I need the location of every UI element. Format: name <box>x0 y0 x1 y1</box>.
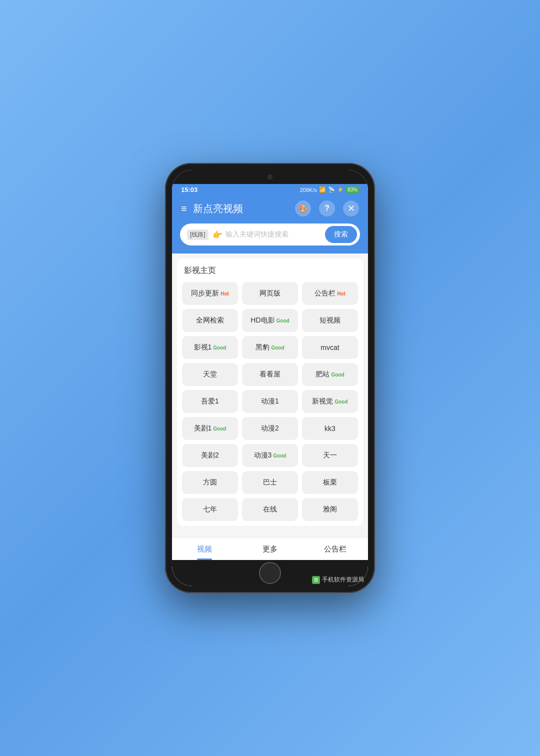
camera-dot <box>268 174 272 180</box>
grid-item-label: 七年 <box>203 505 217 514</box>
grid-item-label: 同步更新 <box>191 289 219 298</box>
grid-item[interactable]: 短视频 <box>302 309 358 332</box>
grid-item-badge: Good <box>213 426 226 432</box>
app-title: 新点亮视频 <box>193 202 289 216</box>
grid-item[interactable]: 网页版 <box>242 282 298 305</box>
grid-item-badge: Good <box>213 345 226 350</box>
search-tag: [线路] <box>187 230 208 240</box>
search-emoji: 👉 <box>212 230 222 240</box>
app-header: ≡ 新点亮视频 🎨 ? ✕ <box>172 196 368 224</box>
section-card: 影视主页 同步更新Hot网页版公告栏Hot全网检索HD电影Good短视频影视1G… <box>177 258 363 526</box>
grid-item[interactable]: 同步更新Hot <box>182 282 238 305</box>
status-time: 15:03 <box>181 186 198 194</box>
search-bar: [线路] 👉 输入关键词快捷搜索 搜索 <box>180 224 360 246</box>
grid-item-badge: Good <box>331 372 344 378</box>
header-icons: 🎨 ? ✕ <box>295 200 359 216</box>
grid-item-label: 雅阁 <box>323 505 337 514</box>
close-icon: ✕ <box>348 203 355 214</box>
grid-item-label: 黑豹 <box>256 343 270 352</box>
grid-item[interactable]: 吾爱1 <box>182 390 238 413</box>
search-bar-area: [线路] 👉 输入关键词快捷搜索 搜索 <box>172 224 368 254</box>
grid-item-label: 巴士 <box>263 478 277 487</box>
grid-item-label: 公告栏 <box>314 289 336 298</box>
watermark: 微 手机软件资源局 <box>312 576 364 584</box>
grid-item[interactable]: 巴士 <box>242 471 298 494</box>
search-placeholder: 输入关键词快捷搜索 <box>226 230 288 239</box>
grid-item[interactable]: 肥站Good <box>302 363 358 386</box>
grid-item-label: 短视频 <box>320 316 340 325</box>
grid-item-label: 全网检索 <box>196 316 224 325</box>
palette-icon: 🎨 <box>298 204 308 214</box>
grid-item[interactable]: mvcat <box>302 336 358 359</box>
grid-item-badge: Hot <box>220 291 229 296</box>
grid-item[interactable]: 七年 <box>182 498 238 521</box>
close-button[interactable]: ✕ <box>343 200 359 216</box>
grid-item-label: 影视1 <box>194 343 212 352</box>
grid-item-label: mvcat <box>320 344 339 352</box>
grid-item[interactable]: 美剧2 <box>182 444 238 467</box>
grid-item-badge: Good <box>273 453 286 458</box>
grid-item-badge: Hot <box>337 291 346 296</box>
help-icon: ? <box>324 204 330 213</box>
phone-frame: 15:03 208K/s 📶 📡 ⚡ 83% ≡ 新点亮视频 🎨 ? <box>165 163 375 593</box>
signal-icon: 📶 <box>319 186 326 193</box>
palette-button[interactable]: 🎨 <box>295 200 311 216</box>
grid-item-label: 吾爱1 <box>201 397 219 406</box>
watermark-text: 手机软件资源局 <box>322 576 364 584</box>
grid-item[interactable]: 影视1Good <box>182 336 238 359</box>
grid-item-label: 网页版 <box>260 289 280 298</box>
menu-icon[interactable]: ≡ <box>181 203 187 214</box>
grid-item[interactable]: 美剧1Good <box>182 417 238 440</box>
grid-item-label: 肥站 <box>316 370 330 379</box>
camera-notch <box>172 170 368 184</box>
grid-item-label: 板栗 <box>323 478 337 487</box>
grid-item[interactable]: 黑豹Good <box>242 336 298 359</box>
grid-item[interactable]: 动漫3Good <box>242 444 298 467</box>
grid-item-label: 动漫3 <box>254 451 272 460</box>
search-input-area[interactable]: 👉 输入关键词快捷搜索 <box>212 230 325 240</box>
grid-item-label: 天堂 <box>203 370 217 379</box>
charge-icon: ⚡ <box>337 186 344 193</box>
network-speed: 208K/s <box>300 187 317 193</box>
wechat-icon: 微 <box>312 576 320 584</box>
grid-item[interactable]: 雅阁 <box>302 498 358 521</box>
grid-item-label: 美剧1 <box>194 424 212 433</box>
grid-item[interactable]: 看看屋 <box>242 363 298 386</box>
grid-item[interactable]: 新视觉Good <box>302 390 358 413</box>
grid-item[interactable]: 板栗 <box>302 471 358 494</box>
status-right: 208K/s 📶 📡 ⚡ 83% <box>300 186 359 193</box>
bottom-nav-item-视频[interactable]: 视频 <box>172 542 238 556</box>
grid-item-label: 方圆 <box>203 478 217 487</box>
search-button[interactable]: 搜索 <box>325 226 357 243</box>
grid-item-label: 动漫2 <box>261 424 279 433</box>
grid-item-badge: Good <box>271 345 284 350</box>
grid-item[interactable]: 方圆 <box>182 471 238 494</box>
grid-item[interactable]: HD电影Good <box>242 309 298 332</box>
battery-percent: 83% <box>346 186 359 193</box>
grid-item[interactable]: 动漫2 <box>242 417 298 440</box>
main-content: 影视主页 同步更新Hot网页版公告栏Hot全网检索HD电影Good短视频影视1G… <box>172 254 368 537</box>
home-button[interactable] <box>259 562 281 584</box>
grid-item[interactable]: 天堂 <box>182 363 238 386</box>
wifi-icon: 📡 <box>328 186 335 193</box>
grid-item-label: 天一 <box>323 451 337 460</box>
grid-item-label: 新视觉 <box>312 397 333 406</box>
bottom-nav-item-公告栏[interactable]: 公告栏 <box>302 542 368 556</box>
bottom-nav: 视频更多公告栏 <box>172 537 368 560</box>
section-title: 影视主页 <box>182 266 358 276</box>
status-bar: 15:03 208K/s 📶 📡 ⚡ 83% <box>172 184 368 196</box>
grid-item-label: 在线 <box>263 505 277 514</box>
grid-item-label: 美剧2 <box>201 451 219 460</box>
grid-item[interactable]: 在线 <box>242 498 298 521</box>
help-button[interactable]: ? <box>319 200 335 216</box>
grid-item[interactable]: 天一 <box>302 444 358 467</box>
phone-screen: 15:03 208K/s 📶 📡 ⚡ 83% ≡ 新点亮视频 🎨 ? <box>172 170 368 586</box>
grid-item-label: 看看屋 <box>260 370 280 379</box>
grid-item[interactable]: kk3 <box>302 417 358 440</box>
bottom-nav-item-更多[interactable]: 更多 <box>238 542 303 556</box>
grid-item[interactable]: 公告栏Hot <box>302 282 358 305</box>
grid-item[interactable]: 全网检索 <box>182 309 238 332</box>
grid-item[interactable]: 动漫1 <box>242 390 298 413</box>
grid-item-label: 动漫1 <box>261 397 279 406</box>
grid: 同步更新Hot网页版公告栏Hot全网检索HD电影Good短视频影视1Good黑豹… <box>182 282 358 521</box>
